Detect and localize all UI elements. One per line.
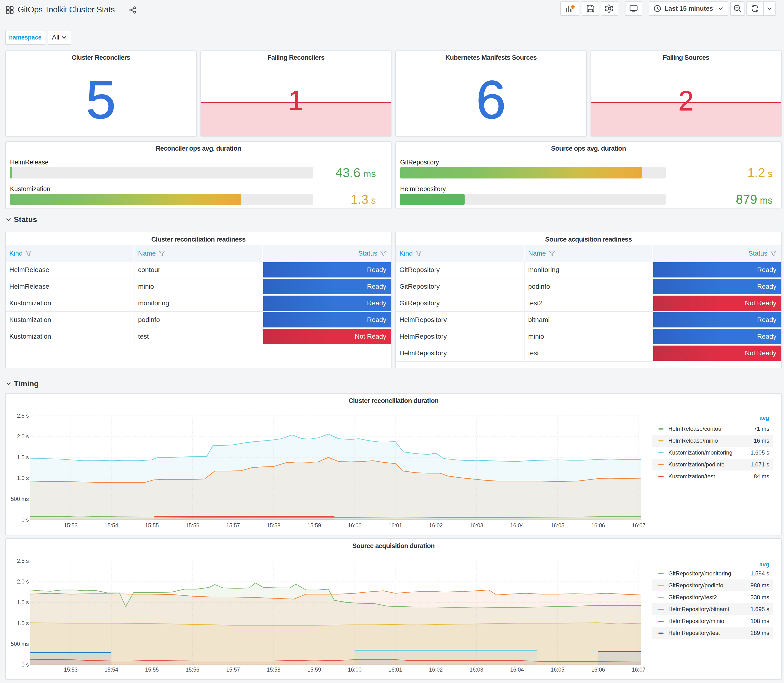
svg-text:0 s: 0 s: [21, 662, 29, 668]
svg-text:15:55: 15:55: [145, 523, 159, 529]
svg-text:16:03: 16:03: [470, 523, 483, 529]
svg-text:16:07: 16:07: [632, 523, 646, 529]
svg-text:16:05: 16:05: [551, 667, 564, 673]
svg-text:1.5 s: 1.5 s: [17, 454, 29, 460]
svg-text:16:04: 16:04: [510, 523, 524, 529]
svg-text:16:03: 16:03: [470, 667, 483, 673]
svg-text:15:58: 15:58: [267, 523, 281, 529]
svg-text:16:00: 16:00: [348, 523, 362, 529]
svg-text:500 ms: 500 ms: [11, 496, 29, 502]
svg-text:16:01: 16:01: [388, 523, 402, 529]
svg-text:16:06: 16:06: [591, 523, 605, 529]
svg-text:500 ms: 500 ms: [11, 641, 29, 647]
svg-text:16:02: 16:02: [429, 667, 443, 673]
svg-text:2.5 s: 2.5 s: [17, 413, 29, 419]
svg-text:15:59: 15:59: [307, 667, 321, 673]
svg-text:15:58: 15:58: [267, 667, 281, 673]
svg-text:16:00: 16:00: [348, 667, 362, 673]
svg-text:15:56: 15:56: [186, 667, 199, 673]
svg-text:2.5 s: 2.5 s: [17, 558, 29, 564]
svg-text:1.5 s: 1.5 s: [17, 599, 29, 605]
svg-text:15:57: 15:57: [226, 523, 240, 529]
svg-text:2.0 s: 2.0 s: [17, 433, 29, 439]
svg-text:16:07: 16:07: [632, 667, 646, 673]
svg-text:15:54: 15:54: [104, 667, 118, 673]
svg-text:15:57: 15:57: [226, 667, 240, 673]
svg-text:15:53: 15:53: [64, 523, 78, 529]
svg-text:1.0 s: 1.0 s: [17, 475, 29, 481]
svg-text:16:04: 16:04: [510, 667, 524, 673]
svg-text:0 s: 0 s: [21, 517, 29, 523]
svg-text:15:55: 15:55: [145, 667, 159, 673]
svg-text:15:53: 15:53: [64, 667, 78, 673]
svg-text:15:56: 15:56: [186, 523, 199, 529]
svg-text:15:54: 15:54: [104, 523, 118, 529]
svg-text:16:01: 16:01: [388, 667, 402, 673]
svg-text:16:02: 16:02: [429, 523, 443, 529]
svg-text:2.0 s: 2.0 s: [17, 579, 29, 585]
svg-text:16:06: 16:06: [591, 667, 605, 673]
svg-text:1.0 s: 1.0 s: [17, 620, 29, 626]
svg-text:16:05: 16:05: [551, 523, 564, 529]
svg-text:15:59: 15:59: [307, 523, 321, 529]
